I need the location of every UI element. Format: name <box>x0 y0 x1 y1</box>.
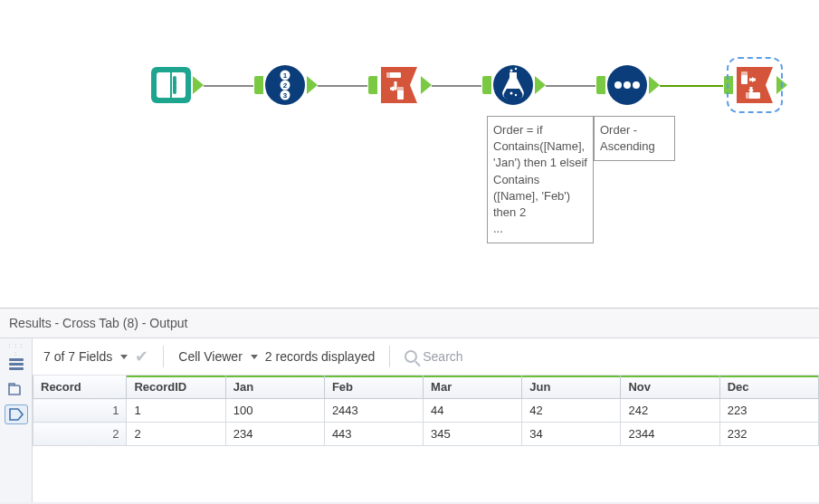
cell-viewer-dropdown[interactable]: Cell Viewer <box>178 349 258 364</box>
transpose-tool[interactable] <box>377 63 421 107</box>
results-gutter: : : : : <box>0 338 33 502</box>
col-jan[interactable]: Jan <box>225 376 324 399</box>
anchor-in[interactable] <box>254 76 263 94</box>
cell[interactable]: 242 <box>621 399 719 423</box>
svg-point-19 <box>515 94 517 96</box>
svg-point-23 <box>614 81 622 89</box>
svg-text:2: 2 <box>283 81 288 90</box>
view-tab-button[interactable] <box>5 379 28 399</box>
svg-point-21 <box>515 68 517 70</box>
svg-point-24 <box>624 81 631 89</box>
cell[interactable]: 2344 <box>621 423 719 446</box>
fields-label: 7 of 7 Fields <box>43 349 112 364</box>
svg-point-4 <box>176 84 179 87</box>
cell[interactable]: 443 <box>324 423 423 446</box>
caret-down-icon <box>120 355 128 359</box>
cell[interactable]: 44 <box>424 399 522 423</box>
anchor-out[interactable] <box>193 76 204 94</box>
records-displayed-label: 2 records displayed <box>265 349 375 364</box>
anchor-in[interactable] <box>724 76 733 94</box>
svg-point-5 <box>176 90 179 92</box>
anchor-out[interactable] <box>535 76 546 94</box>
cell[interactable]: 232 <box>719 423 818 446</box>
col-dec[interactable]: Dec <box>719 376 818 399</box>
col-mar[interactable]: Mar <box>424 376 522 399</box>
record-id-tool[interactable]: 123 <box>263 63 307 107</box>
fields-dropdown[interactable]: 7 of 7 Fields <box>43 349 128 364</box>
search-box[interactable] <box>405 349 549 364</box>
connector[interactable] <box>432 85 481 87</box>
svg-rect-2 <box>173 76 176 94</box>
svg-point-3 <box>176 79 179 81</box>
anchor-out[interactable] <box>649 76 660 94</box>
cross-tab-tool[interactable] <box>733 63 776 107</box>
sort-tool[interactable] <box>605 63 649 107</box>
search-input[interactable] <box>423 349 549 364</box>
col-record[interactable]: Record <box>33 376 127 399</box>
cell[interactable]: 234 <box>225 423 324 446</box>
svg-rect-30 <box>9 358 24 361</box>
svg-rect-32 <box>9 367 24 370</box>
workflow-canvas[interactable]: 123 Order = if Contains([Name], 'Jan') t… <box>0 0 819 308</box>
cell[interactable]: 42 <box>522 399 621 423</box>
cell[interactable]: 2 <box>127 423 225 446</box>
cellviewer-label: Cell Viewer <box>178 349 243 364</box>
results-toolbar: 7 of 7 Fields ✔ Cell Viewer 2 records di… <box>33 338 819 376</box>
svg-rect-27 <box>741 71 748 75</box>
anchor-in[interactable] <box>368 76 377 94</box>
table-header-row: Record RecordID Jan Feb Mar Jun Nov Dec <box>33 376 819 399</box>
svg-point-18 <box>510 92 513 95</box>
cell[interactable]: 345 <box>424 423 522 446</box>
svg-rect-31 <box>9 363 24 366</box>
table-row[interactable]: 1 1 100 2443 44 42 242 223 <box>33 399 819 423</box>
connector[interactable] <box>660 85 723 87</box>
cell[interactable]: 1 <box>127 399 225 423</box>
formula-annotation: Order = if Contains([Name], 'Jan') then … <box>487 116 594 243</box>
results-title: Results - Cross Tab (8) - Output <box>0 309 819 338</box>
view-tag-button[interactable] <box>5 404 28 424</box>
anchor-out[interactable] <box>776 76 787 94</box>
row-number: 2 <box>33 423 127 446</box>
grip-icon: : : : : <box>6 341 26 348</box>
view-list-button[interactable] <box>5 354 28 374</box>
check-icon[interactable]: ✔ <box>135 347 148 366</box>
caret-down-icon <box>251 355 258 359</box>
table-row[interactable]: 2 2 234 443 345 34 2344 232 <box>33 423 819 446</box>
col-recordid[interactable]: RecordID <box>127 376 225 399</box>
connector[interactable] <box>318 85 367 87</box>
col-jun[interactable]: Jun <box>522 376 621 399</box>
anchor-in[interactable] <box>596 76 605 94</box>
anchor-in[interactable] <box>482 76 491 94</box>
svg-text:1: 1 <box>283 71 288 80</box>
results-panel: Results - Cross Tab (8) - Output : : : :… <box>0 308 819 504</box>
svg-rect-14 <box>386 72 390 78</box>
results-table[interactable]: Record RecordID Jan Feb Mar Jun Nov Dec … <box>33 376 819 446</box>
cell[interactable]: 2443 <box>324 399 423 423</box>
svg-rect-16 <box>397 87 404 90</box>
anchor-out[interactable] <box>307 76 318 94</box>
connector[interactable] <box>204 85 253 87</box>
formula-tool[interactable] <box>491 63 535 107</box>
anchor-out[interactable] <box>421 76 432 94</box>
cell[interactable]: 34 <box>522 423 621 446</box>
svg-point-20 <box>510 70 513 72</box>
input-macro-tool[interactable] <box>149 63 193 107</box>
row-number: 1 <box>33 399 127 423</box>
search-icon <box>405 350 417 363</box>
svg-text:3: 3 <box>283 91 288 100</box>
svg-rect-29 <box>746 92 749 99</box>
cell[interactable]: 223 <box>719 399 818 423</box>
connector[interactable] <box>546 85 595 87</box>
col-feb[interactable]: Feb <box>324 376 423 399</box>
cell[interactable]: 100 <box>225 399 324 423</box>
svg-point-25 <box>633 81 640 89</box>
sort-annotation: Order - Ascending <box>594 116 675 161</box>
col-nov[interactable]: Nov <box>621 376 719 399</box>
